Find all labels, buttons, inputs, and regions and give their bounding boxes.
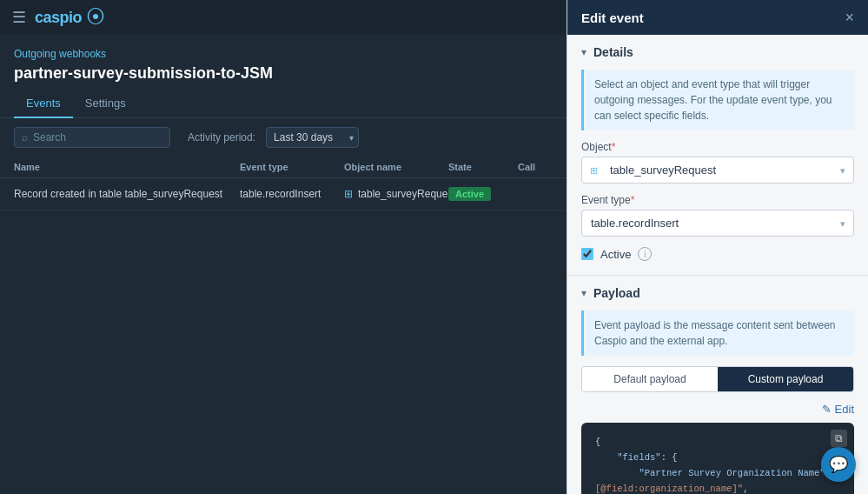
object-select[interactable]: table_surveyRequest <box>581 157 854 184</box>
col-event-type: Event type <box>240 162 344 172</box>
col-object-name: Object name <box>344 162 448 172</box>
cell-state: Active <box>448 187 518 201</box>
table-header: Name Event type Object name State Call <box>0 157 567 178</box>
payload-info-box: Event payload is the message content sen… <box>581 310 854 356</box>
payload-section-header[interactable]: ▾ Payload <box>567 276 868 310</box>
code-text: { "fields": { "Partner Survey Organizati… <box>595 435 840 494</box>
active-label: Active <box>600 248 631 261</box>
logo-dot-icon: ⦿ <box>86 6 105 29</box>
cell-name: Record created in table table_surveyRequ… <box>14 188 240 200</box>
details-section-content: Select an object and event type that wil… <box>567 70 868 275</box>
left-panel: ☰ caspio ⦿ Outgoing webhooks partner-sur… <box>0 0 567 494</box>
panel-body: ▾ Details Select an object and event typ… <box>567 35 868 494</box>
panel-header: Edit event × <box>567 0 868 35</box>
chat-bubble-button[interactable]: 💬 <box>821 447 856 482</box>
search-icon: ⌕ <box>22 131 28 144</box>
active-checkbox[interactable] <box>581 248 593 260</box>
page-title: partner-survey-submission-to-JSM <box>14 64 553 83</box>
default-payload-button[interactable]: Default payload <box>582 367 718 391</box>
topbar: ☰ caspio ⦿ <box>0 0 567 35</box>
col-name: Name <box>14 162 240 172</box>
copy-code-button[interactable]: ⧉ <box>831 430 847 447</box>
activity-select-wrapper: Last 30 days Last 7 days Last 24 hours <box>266 127 359 148</box>
active-checkbox-row: Active i <box>581 247 854 261</box>
edit-pencil-icon: ✎ <box>822 403 832 416</box>
cell-event-type: table.recordInsert <box>240 188 344 200</box>
details-chevron-icon: ▾ <box>581 46 586 58</box>
tab-events[interactable]: Events <box>14 90 73 118</box>
event-type-select[interactable]: table.recordInsert <box>581 210 854 237</box>
cell-object-name: ⊞ table_surveyRequest <box>344 188 448 200</box>
col-call: Call <box>518 162 553 172</box>
chat-icon: 💬 <box>829 455 848 474</box>
code-block: ⧉ { "fields": { "Partner Survey Organiza… <box>581 423 854 494</box>
edit-link[interactable]: ✎ Edit <box>822 403 854 416</box>
breadcrumb[interactable]: Outgoing webhooks <box>14 48 106 60</box>
object-required: * <box>612 141 616 153</box>
details-section: ▾ Details Select an object and event typ… <box>567 35 868 276</box>
close-button[interactable]: × <box>845 10 854 25</box>
logo-text: caspio <box>35 9 82 27</box>
object-label: Object* <box>581 141 854 153</box>
payload-chevron-icon: ▾ <box>581 287 586 299</box>
details-section-title: Details <box>593 45 633 59</box>
breadcrumb-section: Outgoing webhooks partner-survey-submiss… <box>0 35 567 90</box>
search-input[interactable] <box>33 131 146 144</box>
hamburger-icon[interactable]: ☰ <box>12 8 26 27</box>
caspio-logo: caspio ⦿ <box>35 6 105 29</box>
panel-title: Edit event <box>581 10 644 25</box>
activity-label: Activity period: <box>188 131 255 144</box>
event-type-label: Event type* <box>581 194 854 206</box>
payload-toggle: Default payload Custom payload <box>581 366 854 392</box>
tab-settings[interactable]: Settings <box>73 90 138 118</box>
event-type-form-group: Event type* table.recordInsert <box>581 194 854 237</box>
search-box: ⌕ <box>14 127 170 148</box>
activity-select[interactable]: Last 30 days Last 7 days Last 24 hours <box>266 127 359 148</box>
details-section-header[interactable]: ▾ Details <box>567 35 868 70</box>
table-icon: ⊞ <box>344 188 353 200</box>
object-select-wrapper: ⊞ table_surveyRequest <box>581 157 854 184</box>
active-info-icon: i <box>638 247 652 261</box>
object-form-group: Object* ⊞ table_surveyRequest <box>581 141 854 184</box>
toolbar: ⌕ Activity period: Last 30 days Last 7 d… <box>0 118 567 157</box>
event-type-required: * <box>631 194 635 206</box>
event-type-select-wrapper: table.recordInsert <box>581 210 854 237</box>
tabs-row: Events Settings <box>0 90 567 118</box>
state-badge: Active <box>448 187 491 201</box>
custom-payload-button[interactable]: Custom payload <box>718 367 853 391</box>
right-panel: Edit event × ▾ Details Select an object … <box>567 0 868 494</box>
table-row[interactable]: Record created in table table_surveyRequ… <box>0 178 567 210</box>
payload-section-title: Payload <box>593 286 640 300</box>
details-info-box: Select an object and event type that wil… <box>581 70 854 130</box>
col-state: State <box>448 162 518 172</box>
edit-link-row: ✎ Edit <box>581 403 854 416</box>
